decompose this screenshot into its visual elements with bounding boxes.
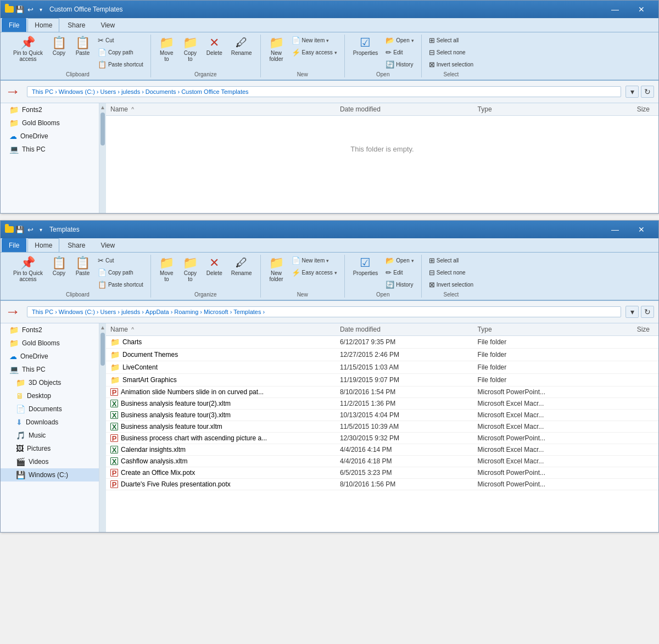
- select-none-button-1[interactable]: ⊟ Select none: [426, 47, 476, 58]
- address-path-1[interactable]: This PC › Windows (C:) › Users › julesds…: [27, 86, 621, 97]
- table-row[interactable]: X Cashflow analysis.xltm 4/4/2016 4:18 P…: [106, 456, 658, 467]
- minimize-button-2[interactable]: —: [602, 223, 628, 236]
- sidebar-3dobjects-2[interactable]: 📁 3D Objects: [1, 376, 99, 389]
- close-button-1[interactable]: ✕: [629, 3, 654, 16]
- tab-share-2[interactable]: Share: [60, 238, 92, 252]
- tab-home-2[interactable]: Home: [27, 238, 59, 252]
- addr2-drive[interactable]: Windows (C:): [59, 309, 95, 315]
- addr2-roaming[interactable]: Roaming: [174, 309, 198, 315]
- col-date-header-2[interactable]: Date modified: [340, 326, 478, 333]
- easy-access-button-1[interactable]: ⚡ Easy access ▾: [289, 47, 340, 58]
- addr2-microsoft[interactable]: Microsoft: [204, 309, 228, 315]
- copy-button-1[interactable]: 📋 Copy: [48, 35, 70, 58]
- table-row[interactable]: X Business analysis feature tour(2).xltm…: [106, 398, 658, 410]
- address-path-2[interactable]: This PC › Windows (C:) › Users › julesds…: [27, 306, 621, 317]
- new-folder-button-1[interactable]: 📁 New folder: [265, 35, 288, 64]
- table-row[interactable]: X Business analysis feature tour.xltm 11…: [106, 421, 658, 433]
- easy-access-button-2[interactable]: ⚡ Easy access ▾: [289, 267, 340, 278]
- pin-to-quick-access-button-1[interactable]: 📌 Pin to Quick access: [9, 35, 47, 64]
- rename-button-2[interactable]: 🖊 Rename: [227, 255, 256, 278]
- cut-button-2[interactable]: ✂ Cut: [95, 255, 146, 266]
- col-type-header-1[interactable]: Type: [478, 105, 593, 113]
- copy-button-2[interactable]: 📋 Copy: [48, 255, 70, 278]
- col-date-header-1[interactable]: Date modified: [340, 105, 478, 113]
- copy-to-button-2[interactable]: 📁 Copy to: [179, 255, 202, 284]
- pin-to-quick-access-button-2[interactable]: 📌 Pin to Quick access: [9, 255, 47, 284]
- tab-home-1[interactable]: Home: [27, 18, 59, 32]
- new-item-button-2[interactable]: 📄 New item ▾: [289, 255, 340, 266]
- edit-button-1[interactable]: ✏ Edit: [383, 47, 416, 58]
- table-row[interactable]: X Business analysis feature tour(3).xltm…: [106, 410, 658, 421]
- addr2-user[interactable]: julesds: [121, 309, 140, 315]
- addr-user-1[interactable]: julesds: [121, 88, 140, 95]
- table-row[interactable]: 📁 LiveContent 11/15/2015 1:03 AM File fo…: [106, 361, 658, 374]
- sidebar-windowsc-2[interactable]: 💾 Windows (C:): [1, 468, 99, 481]
- table-row[interactable]: P Duarte's Five Rules presentation.potx …: [106, 479, 658, 490]
- properties-button-2[interactable]: ☑ Properties: [349, 255, 382, 278]
- tab-view-2[interactable]: View: [93, 238, 122, 252]
- copy-path-button-1[interactable]: 📄 Copy path: [95, 47, 146, 58]
- addr2-templates[interactable]: Templates: [233, 309, 261, 315]
- sidebar-goldblooms-1[interactable]: 📁 Gold Blooms: [1, 116, 99, 130]
- close-button-2[interactable]: ✕: [629, 223, 654, 236]
- edit-button-2[interactable]: ✏ Edit: [383, 267, 416, 278]
- sidebar-scrollbar-1[interactable]: ▲: [99, 103, 106, 213]
- scroll-up-2[interactable]: ▲: [100, 324, 105, 331]
- copy-path-button-2[interactable]: 📄 Copy path: [95, 267, 146, 278]
- scroll-thumb-2[interactable]: [100, 333, 105, 366]
- open-button-2[interactable]: 📂 Open ▾: [383, 255, 416, 266]
- addr2-appdata[interactable]: AppData: [146, 309, 169, 315]
- col-name-header-2[interactable]: Name ^: [110, 326, 340, 333]
- sidebar-videos-2[interactable]: 🎬 Videos: [1, 455, 99, 468]
- sidebar-fonts2-1[interactable]: 📁 Fonts2: [1, 103, 99, 116]
- paste-shortcut-button-2[interactable]: 📋 Paste shortcut: [95, 279, 146, 290]
- cut-button-1[interactable]: ✂ Cut: [95, 35, 146, 46]
- refresh-button-1[interactable]: ↻: [641, 86, 654, 98]
- table-row[interactable]: X Calendar insights.xltm 4/4/2016 4:14 P…: [106, 444, 658, 456]
- delete-button-1[interactable]: ✕ Delete: [203, 35, 226, 58]
- open-button-1[interactable]: 📂 Open ▾: [383, 35, 416, 46]
- sidebar-scrollbar-2[interactable]: ▲: [99, 323, 106, 532]
- select-all-button-1[interactable]: ⊞ Select all: [426, 35, 476, 46]
- tab-view-1[interactable]: View: [93, 18, 122, 32]
- sidebar-music-2[interactable]: 🎵 Music: [1, 429, 99, 442]
- sidebar-onedrive-2[interactable]: ☁ OneDrive: [1, 350, 99, 363]
- addr-users-1[interactable]: Users: [100, 88, 116, 95]
- dropdown-addr-button-2[interactable]: ▾: [626, 306, 639, 318]
- scroll-up-1[interactable]: ▲: [100, 104, 105, 110]
- sidebar-downloads-2[interactable]: ⬇ Downloads: [1, 416, 99, 429]
- tab-file-1[interactable]: File: [2, 18, 26, 32]
- table-row[interactable]: P Animation slide Numbers slide in on cu…: [106, 387, 658, 398]
- invert-selection-button-2[interactable]: ⊠ Invert selection: [426, 279, 476, 290]
- addr-docs-1[interactable]: Documents: [146, 88, 176, 95]
- paste-button-1[interactable]: 📋 Paste: [71, 35, 94, 58]
- col-size-header-2[interactable]: Size: [593, 326, 654, 333]
- sidebar-onedrive-1[interactable]: ☁ OneDrive: [1, 130, 99, 143]
- rename-button-1[interactable]: 🖊 Rename: [227, 35, 256, 58]
- col-name-header-1[interactable]: Name ^: [110, 105, 340, 113]
- minimize-button-1[interactable]: —: [602, 3, 628, 16]
- table-row[interactable]: P Business process chart with ascending …: [106, 433, 658, 444]
- paste-shortcut-button-1[interactable]: 📋 Paste shortcut: [95, 59, 146, 70]
- tab-share-1[interactable]: Share: [60, 18, 92, 32]
- tab-file-2[interactable]: File: [2, 238, 26, 252]
- move-to-button-2[interactable]: 📁 Move to: [155, 255, 178, 284]
- table-row[interactable]: 📁 SmartArt Graphics 11/19/2015 9:07 PM F…: [106, 374, 658, 387]
- sidebar-thispc-2[interactable]: 💻 This PC: [1, 363, 99, 376]
- select-all-button-2[interactable]: ⊞ Select all: [426, 255, 476, 266]
- history-button-1[interactable]: 🔄 History: [383, 59, 416, 70]
- invert-selection-button-1[interactable]: ⊠ Invert selection: [426, 59, 476, 70]
- sidebar-fonts2-2[interactable]: 📁 Fonts2: [1, 323, 99, 337]
- sidebar-thispc-1[interactable]: 💻 This PC: [1, 143, 99, 156]
- new-item-button-1[interactable]: 📄 New item ▾: [289, 35, 340, 46]
- refresh-button-2[interactable]: ↻: [641, 306, 654, 318]
- addr-thispc-1[interactable]: This PC: [32, 88, 53, 95]
- sidebar-goldblooms-2[interactable]: 📁 Gold Blooms: [1, 337, 99, 350]
- dropdown-addr-button-1[interactable]: ▾: [626, 86, 639, 98]
- sidebar-desktop-2[interactable]: 🖥 Desktop: [1, 389, 99, 402]
- scroll-thumb-1[interactable]: [100, 113, 105, 145]
- history-button-2[interactable]: 🔄 History: [383, 279, 416, 290]
- new-folder-button-2[interactable]: 📁 New folder: [265, 255, 288, 284]
- delete-button-2[interactable]: ✕ Delete: [203, 255, 226, 278]
- sidebar-documents-2[interactable]: 📄 Documents: [1, 402, 99, 416]
